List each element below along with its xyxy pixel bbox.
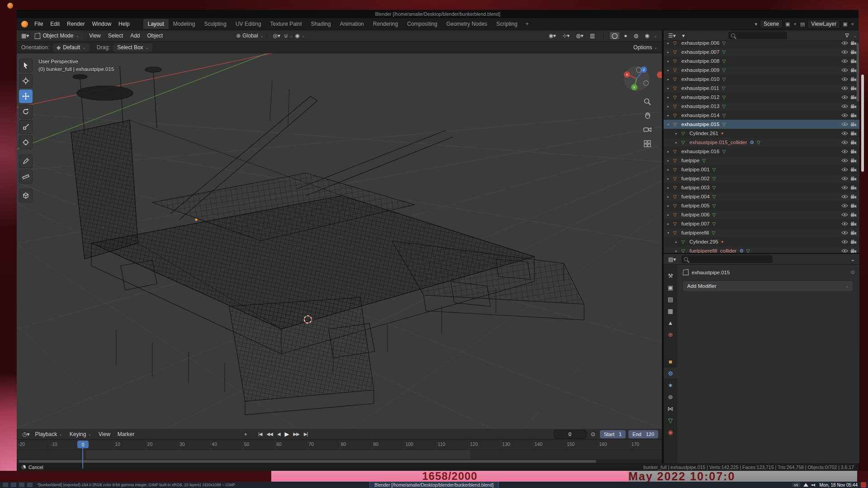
expand-arrow-icon[interactable]: ▸ <box>675 249 681 253</box>
outliner-display-mode-icon[interactable]: ▾ <box>680 32 687 39</box>
expand-arrow-icon[interactable]: ▸ <box>675 240 681 244</box>
filter-funnel-icon[interactable]: ∇ <box>843 32 850 39</box>
next-keyframe-button[interactable]: ▶▶ <box>293 432 299 436</box>
hide-in-viewport-toggle[interactable] <box>840 122 849 127</box>
outliner-row[interactable]: ▸ ▽ fuelpipe.004 ● ⚙ ▽ <box>664 192 859 201</box>
disable-in-renders-toggle[interactable] <box>849 239 858 244</box>
object-name[interactable]: exhaustpipe.008 <box>681 58 719 64</box>
outliner-row[interactable]: ▸ ▽ exhaustpipe.007 ● ⚙ ▽ <box>664 47 859 56</box>
timeline-menu-item[interactable]: View⌄ <box>95 430 114 438</box>
properties-search[interactable] <box>681 255 773 263</box>
zoom-icon[interactable] <box>642 97 652 107</box>
disable-in-renders-toggle[interactable] <box>849 230 858 235</box>
hide-in-viewport-toggle[interactable] <box>840 158 849 163</box>
mode-selector[interactable]: Object Mode ⌄ <box>31 32 83 40</box>
outliner-scrollbar[interactable] <box>857 43 859 102</box>
orthographic-grid-icon[interactable] <box>642 139 652 149</box>
annotate-tool[interactable] <box>19 155 33 168</box>
expand-arrow-icon[interactable]: ▸ <box>667 77 673 81</box>
hide-in-viewport-toggle[interactable] <box>840 95 849 99</box>
outliner-row[interactable]: ▸ ▽ exhaustpipe.006 ● ⚙ ▽ <box>664 38 859 47</box>
new-viewlayer-icon[interactable]: ▣ <box>842 21 848 27</box>
outliner-row[interactable]: ▾ ▽ fuelpiperefill ● ⚙ ▽ <box>664 228 859 237</box>
scale-tool[interactable] <box>19 120 33 134</box>
taskbar-icon[interactable] <box>19 483 24 487</box>
breadcrumb-object-name[interactable]: exhaustpipe.015 <box>692 270 730 275</box>
object-name[interactable]: fuelpipe.005 <box>681 203 710 208</box>
visibility-toggle-icon[interactable]: ◉▾ <box>547 32 558 39</box>
properties-tab[interactable]: ⚒ <box>664 270 677 281</box>
taskbar-icon[interactable] <box>11 483 16 487</box>
expand-arrow-icon[interactable]: ▸ <box>667 59 673 63</box>
hide-in-viewport-toggle[interactable] <box>840 239 849 244</box>
end-frame-field[interactable]: End120 <box>628 430 658 438</box>
expand-arrow-icon[interactable]: ▸ <box>667 150 673 154</box>
workspace-tab[interactable]: Rendering <box>368 19 402 29</box>
timeline-menu-item[interactable]: Marker⌄ <box>114 430 138 438</box>
workspace-tab[interactable]: Compositing <box>402 19 442 29</box>
expand-arrow-icon[interactable]: ▸ <box>667 204 673 208</box>
outliner-row[interactable]: ▸ ▽ fuelpipe.003 ● ⚙ ▽ <box>664 183 859 192</box>
outliner-row[interactable]: ▸ ▽ fuelpipe.006 ● ⚙ ▽ <box>664 210 859 219</box>
start-frame-field[interactable]: Start1 <box>600 430 626 438</box>
autokey-toggle[interactable]: ● <box>244 432 246 436</box>
drag-dropdown[interactable]: Select Box ⌄ <box>113 43 152 52</box>
timeline-menu-item[interactable]: Playback⌄ <box>32 430 66 438</box>
expand-arrow-icon[interactable]: ▸ <box>667 186 673 190</box>
disable-in-renders-toggle[interactable] <box>849 122 858 127</box>
properties-tab[interactable]: ▦ <box>664 305 677 316</box>
disable-in-renders-toggle[interactable] <box>849 176 858 181</box>
properties-tab[interactable]: ⋈ <box>664 403 677 414</box>
disable-in-renders-toggle[interactable] <box>849 113 858 118</box>
play-reverse-button[interactable]: ◀ <box>277 432 280 436</box>
hide-in-viewport-toggle[interactable] <box>840 77 849 81</box>
keyboard-layout-indicator[interactable]: us <box>792 483 800 487</box>
overlays-toggle-icon[interactable]: ◍▾ <box>574 32 585 39</box>
viewport-menu-item[interactable]: Object <box>143 32 166 40</box>
taskbar-blender-entry[interactable]: Blender [/home/amalie/Desktop/blender/bu… <box>369 482 499 488</box>
properties-tab[interactable]: ⊕ <box>664 329 677 340</box>
hide-in-viewport-toggle[interactable] <box>840 249 849 253</box>
outliner-row[interactable]: ▸ ▽ fuelpiperefill_collider ● ⚙ ▽ <box>664 246 859 253</box>
expand-arrow-icon[interactable]: ▾ <box>667 122 673 127</box>
taskbar-gimp-entry[interactable]: *[bunkerblend] (exported)-194.0 (RGB col… <box>37 483 235 487</box>
shading-rendered-button[interactable]: ◉ <box>643 32 651 39</box>
expand-arrow-icon[interactable]: ▸ <box>667 95 673 99</box>
snap-magnet-icon[interactable]: ∪ <box>282 32 290 39</box>
object-name[interactable]: exhaustpipe.007 <box>681 49 719 55</box>
topbar-menu-item[interactable]: Window <box>88 20 115 28</box>
shading-solid-button[interactable]: ● <box>622 32 629 39</box>
network-icon[interactable] <box>803 483 808 487</box>
expand-arrow-icon[interactable]: ▸ <box>667 41 673 45</box>
volume-icon[interactable] <box>811 483 816 487</box>
prev-keyframe-button[interactable]: ◀◀ <box>266 432 272 436</box>
expand-arrow-icon[interactable]: ▸ <box>667 50 673 54</box>
3d-viewport[interactable]: User Perspective (0) bunker_full | exhau… <box>17 53 662 429</box>
workspace-tab[interactable]: Geometry Nodes <box>442 19 492 29</box>
hide-in-viewport-toggle[interactable] <box>840 185 849 190</box>
disable-in-renders-toggle[interactable] <box>849 140 858 145</box>
chevron-down-icon[interactable]: ⌄ <box>654 45 657 50</box>
disable-in-renders-toggle[interactable] <box>849 203 858 208</box>
timeline-scrollbar[interactable] <box>19 460 596 463</box>
properties-filter-icon[interactable]: ⌄ <box>849 256 857 263</box>
hide-in-viewport-toggle[interactable] <box>840 221 849 226</box>
object-name[interactable]: fuelpipe.007 <box>681 221 710 226</box>
outliner-row[interactable]: ▸ ▽ exhaustpipe.009 ● ⚙ ▽ <box>664 66 859 75</box>
object-name[interactable]: exhaustpipe.012 <box>681 94 719 100</box>
workspace-tab[interactable]: Layout <box>143 19 169 29</box>
jump-to-end-button[interactable]: ▶| <box>304 432 307 436</box>
object-name[interactable]: exhaustpipe.011 <box>681 85 719 91</box>
timeline-editor-type-icon[interactable]: ◷▾ <box>20 431 32 438</box>
hide-in-viewport-toggle[interactable] <box>840 113 849 117</box>
object-name[interactable]: exhaustpipe.015_collider <box>689 140 747 145</box>
outliner-search[interactable] <box>728 32 787 39</box>
disable-in-renders-toggle[interactable] <box>849 212 858 217</box>
outliner-row[interactable]: ▸ ▽ exhaustpipe.012 ● ⚙ ▽ <box>664 93 859 102</box>
hide-in-viewport-toggle[interactable] <box>840 41 849 45</box>
chevron-down-icon[interactable]: ⌄ <box>290 33 293 38</box>
object-name[interactable]: fuelpipe.002 <box>681 176 710 181</box>
current-frame-field[interactable]: 0 <box>554 430 586 439</box>
hide-in-viewport-toggle[interactable] <box>840 194 849 199</box>
move-tool[interactable] <box>19 89 33 103</box>
